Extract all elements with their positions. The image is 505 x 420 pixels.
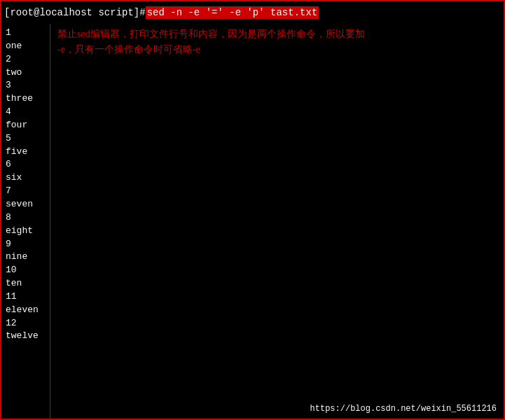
terminal-header: [root@localhost script]# sed -n -e '=' -…: [1, 1, 504, 24]
line-item: twelve: [6, 330, 46, 343]
line-item: 8: [6, 211, 46, 225]
line-item: eleven: [6, 304, 46, 317]
line-item: 10: [6, 264, 46, 277]
annotation-text: 禁止sed编辑器，打印文件行号和内容，因为是两个操作命令，所以要加 -e，只有一…: [57, 27, 497, 58]
terminal-footer: https://blog.csdn.net/weixin_55611216: [310, 402, 497, 414]
line-item: 1: [6, 27, 46, 40]
line-item: 5: [6, 132, 46, 146]
line-item: 3: [6, 79, 46, 92]
annotation-line1: 禁止sed编辑器，打印文件行号和内容，因为是两个操作命令，所以要加: [57, 29, 365, 39]
line-item: 2: [6, 53, 46, 66]
line-item: 7: [6, 185, 46, 198]
line-item: eight: [6, 225, 46, 238]
line-item: four: [6, 119, 46, 132]
line-item: 12: [6, 317, 46, 330]
line-item: three: [6, 92, 46, 106]
terminal-window: [root@localhost script]# sed -n -e '=' -…: [0, 0, 505, 420]
annotation-line2: -e，只有一个操作命令时可省略-e: [57, 44, 200, 55]
command-text: sed -n -e '=' -e 'p' tast.txt: [146, 6, 319, 19]
line-numbers-panel: 1one2two3three4four5five6six7seven8eight…: [1, 24, 50, 419]
line-item: five: [6, 146, 46, 159]
line-item: seven: [6, 198, 46, 211]
line-item: 9: [6, 238, 46, 251]
line-item: one: [6, 40, 46, 53]
line-item: nine: [6, 251, 46, 264]
line-item: six: [6, 172, 46, 185]
line-item: ten: [6, 277, 46, 290]
content-area: 禁止sed编辑器，打印文件行号和内容，因为是两个操作命令，所以要加 -e，只有一…: [50, 24, 504, 419]
line-item: two: [6, 66, 46, 80]
line-item: 11: [6, 290, 46, 304]
line-item: 4: [6, 106, 46, 119]
terminal-body: 1one2two3three4four5five6six7seven8eight…: [1, 24, 504, 419]
line-item: 6: [6, 158, 46, 172]
footer-url: https://blog.csdn.net/weixin_55611216: [310, 404, 497, 414]
prompt-text: [root@localhost script]#: [4, 7, 146, 18]
